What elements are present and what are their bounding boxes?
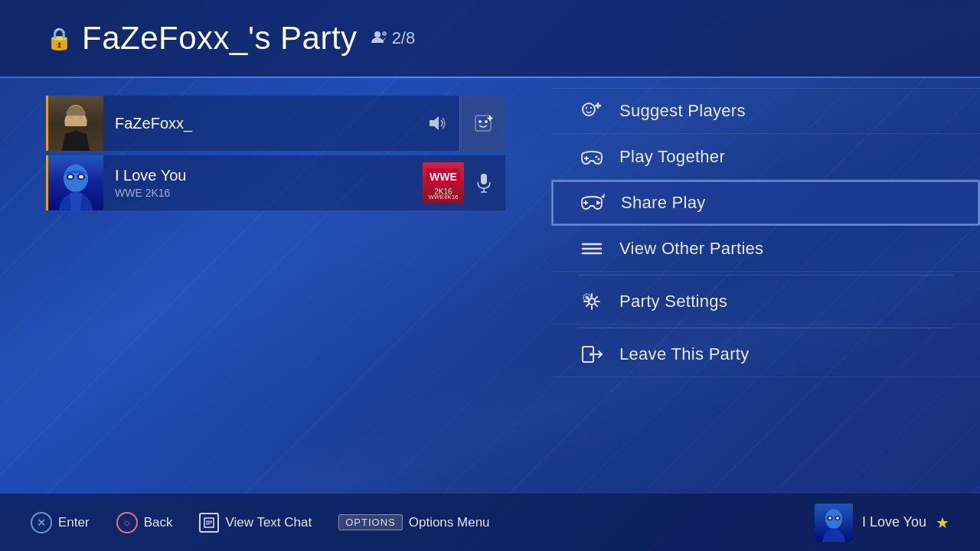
svg-point-25 xyxy=(590,107,592,109)
share-play-label: Share Play xyxy=(621,193,706,213)
bottom-user-avatar xyxy=(815,504,853,542)
ps-gold-icon: ★ xyxy=(936,514,949,532)
menu-item-leave-party[interactable]: Leave This Party xyxy=(551,331,980,377)
menu-item-share-play[interactable]: Share Play xyxy=(551,180,980,226)
svg-point-28 xyxy=(596,155,598,158)
play-together-icon xyxy=(578,143,606,171)
svg-point-14 xyxy=(68,175,73,179)
player-1-info: FaZeFoxx_ xyxy=(103,115,424,132)
member-icon xyxy=(371,28,388,48)
svg-point-4 xyxy=(70,116,73,119)
bottom-user: I Love You ★ xyxy=(815,504,949,542)
add-friend-button[interactable] xyxy=(459,96,505,151)
options-button[interactable]: OPTIONS xyxy=(338,514,403,530)
svg-text:2K16: 2K16 xyxy=(434,187,452,196)
enter-label: Enter xyxy=(58,515,90,530)
suggest-players-label: Suggest Players xyxy=(619,101,746,121)
square-button[interactable] xyxy=(199,513,219,533)
member-count: 2/8 xyxy=(371,28,416,48)
svg-point-0 xyxy=(374,31,381,37)
menu-divider-2 xyxy=(578,328,953,328)
view-other-parties-label: View Other Parties xyxy=(619,239,763,259)
svg-point-1 xyxy=(382,31,387,36)
player-2-actions: WWE 2K16 xyxy=(423,162,505,204)
leave-party-label: Leave This Party xyxy=(619,344,749,364)
svg-point-29 xyxy=(598,158,600,160)
speaker-icon xyxy=(424,109,452,137)
avatar-iloveyou xyxy=(48,155,103,210)
menu-item-suggest-players[interactable]: Suggest Players xyxy=(551,88,980,134)
o-button[interactable]: ○ xyxy=(116,512,138,533)
mic-icon xyxy=(470,169,498,197)
suggest-players-icon xyxy=(578,97,606,125)
view-text-chat-action: View Text Chat xyxy=(199,513,312,533)
options-menu-label: Options Menu xyxy=(409,515,490,530)
svg-point-50 xyxy=(836,517,839,520)
back-action: ○ Back xyxy=(116,512,173,533)
player-card-2[interactable]: I Love You WWE 2K16 xyxy=(46,155,505,210)
svg-point-40 xyxy=(590,353,593,356)
header-divider xyxy=(0,77,980,78)
options-menu-action: OPTIONS Options Menu xyxy=(338,514,489,530)
svg-point-5 xyxy=(79,116,82,119)
player-2-info: I Love You WWE 2K16 xyxy=(103,167,423,199)
page-title: FaZeFoxx_'s Party xyxy=(82,20,358,57)
bottom-user-name: I Love You xyxy=(862,514,926,530)
x-button[interactable]: ✕ xyxy=(31,512,52,533)
svg-text:WWE: WWE xyxy=(430,171,457,183)
menu-item-party-settings[interactable]: Party Settings xyxy=(551,279,980,324)
svg-point-49 xyxy=(828,517,831,520)
bottom-bar: ✕ Enter ○ Back View Text Chat OPTIONS Op… xyxy=(0,494,980,551)
svg-rect-20 xyxy=(481,174,487,184)
member-count-text: 2/8 xyxy=(392,28,416,48)
player-card-1[interactable]: FaZeFoxx_ xyxy=(46,96,505,151)
player-list: FaZeFoxx_ xyxy=(0,77,551,494)
header: 🔒 FaZeFoxx_'s Party 2/8 xyxy=(0,0,980,77)
player-2-name: I Love You xyxy=(115,167,411,184)
play-together-label: Play Together xyxy=(619,147,725,167)
player-2-game: WWE 2K16 xyxy=(115,187,411,199)
svg-point-8 xyxy=(479,120,482,123)
svg-point-9 xyxy=(485,120,488,123)
party-settings-icon xyxy=(578,288,606,315)
svg-marker-32 xyxy=(596,201,601,205)
menu-divider-1 xyxy=(578,275,953,276)
svg-point-36 xyxy=(589,298,595,305)
party-settings-label: Party Settings xyxy=(619,292,727,311)
avatar-fazefox xyxy=(48,96,103,151)
view-text-chat-label: View Text Chat xyxy=(225,515,312,530)
back-label: Back xyxy=(144,515,173,530)
player-1-name: FaZeFoxx_ xyxy=(115,115,413,132)
lock-icon: 🔒 xyxy=(46,26,73,51)
svg-marker-6 xyxy=(430,116,439,130)
svg-point-24 xyxy=(586,107,587,109)
svg-point-15 xyxy=(79,175,83,179)
menu-item-view-other-parties[interactable]: View Other Parties xyxy=(551,226,980,272)
leave-party-icon xyxy=(578,341,606,368)
menu-panel: Suggest Players Play Together xyxy=(551,77,980,494)
player-1-actions xyxy=(424,109,459,137)
enter-action: ✕ Enter xyxy=(31,512,90,533)
share-play-icon xyxy=(580,189,607,217)
view-other-parties-icon xyxy=(578,235,606,262)
main-content: FaZeFoxx_ xyxy=(0,77,980,494)
svg-point-23 xyxy=(583,103,595,116)
game-thumbnail: WWE 2K16 xyxy=(423,162,464,204)
menu-item-play-together[interactable]: Play Together xyxy=(551,134,980,180)
